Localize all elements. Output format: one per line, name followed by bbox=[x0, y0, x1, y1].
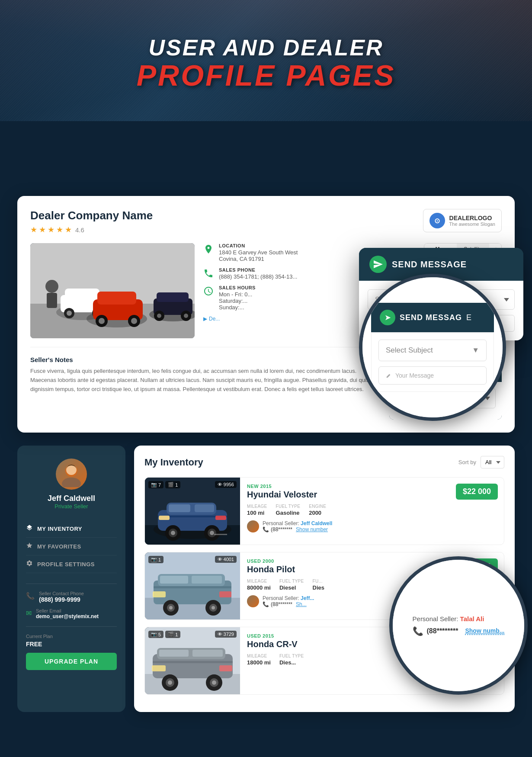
fuel-spec-1: FUEL TYPE Gasoline bbox=[276, 504, 301, 516]
star-svg bbox=[26, 542, 33, 549]
sellers-notes-title: Seller's Notes bbox=[30, 356, 381, 363]
phone-masked-mag: (88******** bbox=[427, 627, 458, 635]
seller-name-link-1[interactable]: Jeff Caldwell bbox=[301, 520, 332, 526]
gear-svg bbox=[26, 560, 33, 567]
dealer-logo-icon: ⊙ bbox=[429, 213, 445, 228]
mag-select-arrow: ▼ bbox=[472, 346, 479, 355]
dealer-rating: 4.6 bbox=[75, 226, 84, 234]
contact-email-details: Seller Email demo_user@stylemix.net bbox=[36, 608, 99, 619]
magnifier-circle-top: ➤ SEND MESSAG E Select Subject ▼ Your Me… bbox=[359, 274, 506, 421]
hero-line1: USER AND DEALER bbox=[0, 35, 532, 61]
svg-rect-24 bbox=[47, 293, 57, 308]
show-number-2[interactable]: Sh... bbox=[296, 601, 307, 607]
svg-point-46 bbox=[171, 531, 175, 535]
mileage-label-1: MILEAGE bbox=[247, 504, 267, 509]
svg-rect-61 bbox=[219, 591, 231, 597]
contact-phone-item: 📞 Seller Contact Phone (888) 999-9999 bbox=[26, 591, 117, 603]
sidebar-settings-label: PROFILE SETTINGS bbox=[37, 561, 95, 568]
phone-value: (888) 354-1781; (888) 354-13... bbox=[219, 273, 297, 280]
svg-point-34 bbox=[62, 478, 81, 487]
seller-mini-avatar-1 bbox=[247, 520, 259, 532]
layers-svg bbox=[26, 524, 33, 531]
upgrade-plan-button[interactable]: UPGRADE PLAN bbox=[26, 653, 117, 670]
svg-rect-58 bbox=[192, 576, 222, 584]
sort-select[interactable]: All bbox=[481, 456, 504, 468]
plan-label: Current Plan bbox=[26, 634, 117, 639]
svg-rect-60 bbox=[153, 591, 166, 597]
svg-rect-11 bbox=[97, 292, 136, 305]
fuel-value-3: Dies... bbox=[279, 659, 304, 666]
mileage-label-2: MILEAGE bbox=[247, 579, 271, 584]
mag-send-body: Select Subject ▼ Your Message bbox=[371, 332, 494, 392]
sidebar-item-favorites[interactable]: MY FAVORITES bbox=[26, 538, 117, 555]
fuel-value-1: Gasoline bbox=[276, 510, 301, 516]
personal-seller-label: Personal Seller: bbox=[413, 615, 458, 622]
svg-point-13 bbox=[99, 318, 105, 324]
send-arrow-icon bbox=[373, 259, 383, 269]
camera-icon: 📷 bbox=[151, 482, 157, 488]
mileage-value-3: 18000 mi bbox=[247, 659, 271, 666]
inventory-header: My Inventory Sort by All bbox=[144, 456, 504, 468]
contact-phone-label: Seller Contact Phone bbox=[39, 591, 84, 596]
svg-point-15 bbox=[131, 318, 137, 324]
photo-count-1: 7 bbox=[158, 482, 161, 488]
seller-label-1: Personal Seller: bbox=[263, 520, 299, 526]
sidebar-favorites-label: MY FAVORITES bbox=[37, 543, 81, 550]
svg-rect-42 bbox=[195, 504, 214, 512]
seller-profile: Jeff Caldwell Private Seller bbox=[26, 459, 117, 510]
svg-rect-18 bbox=[157, 292, 189, 302]
star-3: ★ bbox=[48, 225, 54, 234]
svg-point-64 bbox=[169, 606, 173, 609]
phone-info: SALES PHONE (888) 354-1781; (888) 354-13… bbox=[219, 267, 297, 280]
svg-rect-51 bbox=[215, 516, 226, 520]
fuel-spec-2: FUEL TYPE Diesel bbox=[279, 579, 304, 591]
svg-point-82 bbox=[212, 680, 216, 685]
mag-select-subject[interactable]: Select Subject ▼ bbox=[378, 340, 487, 361]
car-image-1: 📷 7 🎬 1 👁 9956 bbox=[145, 478, 240, 545]
video-badge-1: 🎬 1 bbox=[165, 481, 180, 488]
mag-message-input[interactable]: Your Message bbox=[378, 366, 487, 385]
car-image-3: 📷 5 🎬 1 👁 3729 bbox=[145, 627, 240, 694]
car-listing-1: 📷 7 🎬 1 👁 9956 NEW 2015 bbox=[144, 477, 504, 545]
video-icon: 🎬 bbox=[168, 482, 174, 488]
fuel-value-2: Diesel bbox=[279, 584, 304, 591]
view-count-1: 9956 bbox=[224, 482, 234, 487]
seller-phone-2: 📞 (88******* Sh... bbox=[263, 601, 314, 607]
star-icon bbox=[26, 542, 33, 551]
car-views-2: 👁 4001 bbox=[215, 556, 237, 563]
contact-section: 📞 Seller Contact Phone (888) 999-9999 ✉ … bbox=[26, 584, 117, 619]
svg-point-23 bbox=[45, 280, 58, 293]
phone-contact-icon: 📞 bbox=[26, 592, 35, 600]
mag-send-header: ➤ SEND MESSAG E bbox=[371, 303, 494, 332]
engine-value-2: Dies bbox=[313, 584, 324, 591]
dealer-logo-sub: The awesome Slogan bbox=[449, 221, 495, 227]
dealer-logo-main: DEALERLOGO bbox=[449, 215, 495, 221]
personal-seller-name[interactable]: Talal Ali bbox=[460, 615, 484, 622]
seller-name-link-2[interactable]: Jeff... bbox=[301, 595, 314, 601]
show-number-1[interactable]: Show number bbox=[296, 526, 328, 532]
show-number-mag[interactable]: Show numb... bbox=[465, 627, 504, 635]
seller-contact-1: Personal Seller: Jeff Caldwell 📞 (88****… bbox=[263, 520, 332, 532]
fuel-spec-3: FUEL TYPE Dies... bbox=[279, 654, 304, 666]
seller-mini-avatar-2 bbox=[247, 595, 259, 607]
engine-spec-1: ENGINE 2000 bbox=[309, 504, 326, 516]
bottom-section: Jeff Caldwell Private Seller MY INVENTOR… bbox=[17, 446, 515, 712]
layers-icon bbox=[26, 524, 33, 533]
location-value: 1840 E Garvey Ave South WestCovina, CA 9… bbox=[219, 249, 298, 262]
sidebar-item-settings[interactable]: PROFILE SETTINGS bbox=[26, 555, 117, 573]
dealer-header: Dealer Company Name ★ ★ ★ ★ ★ 4.6 ⊙ DEAL… bbox=[30, 209, 502, 234]
dealer-card: Dealer Company Name ★ ★ ★ ★ ★ 4.6 ⊙ DEAL… bbox=[17, 196, 515, 433]
svg-point-22 bbox=[184, 314, 188, 318]
svg-point-6 bbox=[67, 311, 72, 316]
svg-rect-52 bbox=[214, 534, 227, 535]
email-value: demo_user@stylemix.net bbox=[36, 613, 99, 619]
photo-count-2: 1 bbox=[158, 557, 161, 562]
phone-label: SALES PHONE bbox=[219, 267, 297, 273]
contact-email-item: ✉ Seller Email demo_user@stylemix.net bbox=[26, 608, 117, 619]
mag-send-title-e: E bbox=[466, 313, 471, 322]
phone-green-icon-2: 📞 bbox=[263, 601, 269, 607]
eye-icon-3: 👁 bbox=[218, 632, 222, 637]
car-views-1: 👁 9956 bbox=[215, 481, 237, 488]
sidebar-item-inventory[interactable]: MY INVENTORY bbox=[26, 520, 117, 538]
view-count-3: 3729 bbox=[224, 632, 234, 637]
